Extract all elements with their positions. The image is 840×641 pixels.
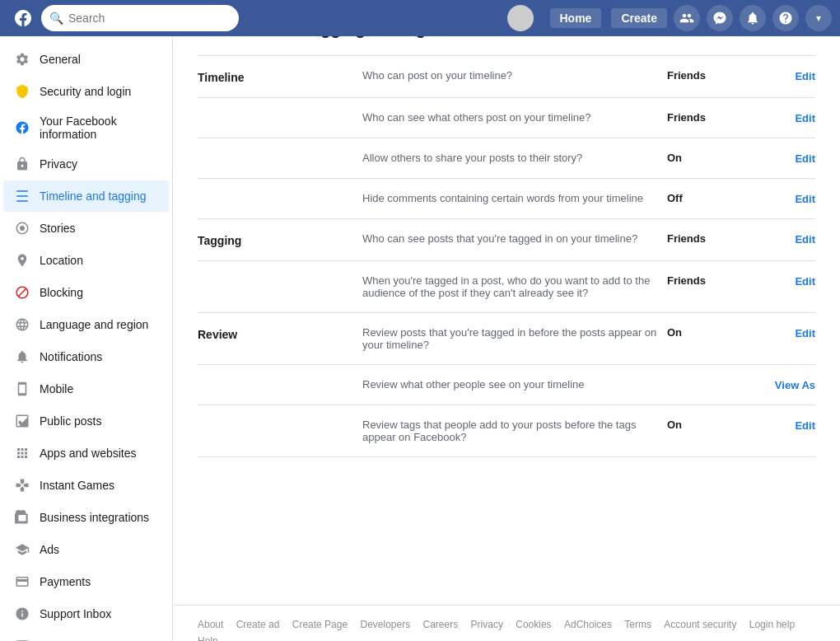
edit-link[interactable]: Edit: [795, 327, 815, 339]
sidebar-item-instant-games[interactable]: Instant Games: [3, 470, 169, 501]
edit-link[interactable]: Edit: [795, 112, 815, 124]
timeline-icon: [13, 187, 31, 205]
games-icon: [13, 476, 31, 494]
settings-row: Hide comments containing certain words f…: [198, 179, 815, 219]
settings-row: Review Review posts that you're tagged i…: [198, 313, 815, 365]
sidebar-item-general[interactable]: General: [3, 44, 169, 75]
sidebar-item-privacy[interactable]: Privacy: [3, 148, 169, 180]
sidebar-item-facebook-info[interactable]: Your Facebook information: [3, 108, 169, 147]
messenger-icon-button[interactable]: [707, 5, 733, 31]
footer-link-privacy[interactable]: Privacy: [471, 619, 503, 630]
sidebar-item-payments[interactable]: Payments: [3, 566, 169, 597]
sidebar-item-language-region[interactable]: Language and region: [3, 309, 169, 340]
sidebar-item-apps-websites[interactable]: Apps and websites: [3, 437, 169, 469]
sidebar-item-label: Blocking: [40, 286, 83, 299]
support-icon: [13, 605, 31, 623]
search-bar[interactable]: 🔍: [41, 5, 239, 31]
people-icon-button[interactable]: [674, 5, 700, 31]
section-label-empty: [198, 152, 362, 153]
setting-value: Friends: [667, 111, 749, 124]
topnav-right: Home Create ▾: [507, 5, 833, 31]
help-icon-button[interactable]: [772, 5, 799, 31]
settings-row: When you're tagged in a post, who do you…: [198, 261, 815, 313]
footer-link-adchoices[interactable]: AdChoices: [564, 619, 612, 630]
sidebar-item-ads[interactable]: Ads: [3, 534, 169, 565]
sidebar-item-label: Location: [40, 254, 83, 267]
notifications-icon-button[interactable]: [740, 5, 766, 31]
payments-icon: [13, 573, 31, 591]
footer-links: About · Create ad · Create Page · Develo…: [198, 619, 815, 630]
footer-link-developers[interactable]: Developers: [360, 619, 410, 630]
sidebar-item-label: Business integrations: [40, 511, 149, 524]
footer-link-help[interactable]: Help: [198, 635, 218, 641]
settings-row: Review tags that people add to your post…: [198, 405, 815, 457]
sidebar-item-label: Apps and websites: [40, 447, 137, 460]
sidebar-item-security-login[interactable]: Security and login: [3, 76, 169, 107]
settings-row: Tagging Who can see posts that you're ta…: [198, 219, 815, 261]
view-as-link[interactable]: View As: [775, 379, 815, 391]
edit-link[interactable]: Edit: [795, 275, 815, 288]
search-input[interactable]: [68, 12, 231, 25]
section-label-tagging: Tagging: [198, 232, 362, 247]
setting-action: Edit: [749, 419, 815, 432]
ads-icon: [13, 540, 31, 559]
sidebar-item-support-inbox[interactable]: Support Inbox: [3, 598, 169, 629]
sidebar: General Security and login Your Facebook…: [0, 36, 173, 641]
settings-row: Review what other people see on your tim…: [198, 365, 815, 405]
sidebar-item-mobile[interactable]: Mobile: [3, 373, 169, 405]
top-navigation: 🔍 Home Create ▾: [0, 0, 840, 36]
search-icon: 🔍: [49, 12, 63, 25]
footer-link-about[interactable]: About: [198, 619, 223, 630]
setting-description: Review what other people see on your tim…: [362, 378, 667, 391]
edit-link[interactable]: Edit: [795, 152, 815, 165]
footer-link-create-page[interactable]: Create Page: [292, 619, 348, 630]
section-label-empty: [198, 419, 362, 420]
chevron-down-icon: ▾: [816, 12, 821, 24]
sidebar-item-business-integrations[interactable]: Business integrations: [3, 502, 169, 533]
gear-icon: [13, 50, 31, 68]
footer-link-login-help[interactable]: Login help: [749, 619, 795, 630]
setting-description: When you're tagged in a post, who do you…: [362, 274, 667, 299]
setting-value: Friends: [667, 69, 749, 82]
setting-description: Who can post on your timeline?: [362, 69, 667, 82]
edit-link[interactable]: Edit: [795, 193, 815, 205]
footer-link-careers[interactable]: Careers: [423, 619, 459, 630]
sidebar-item-blocking[interactable]: Blocking: [3, 277, 169, 308]
setting-action: Edit: [749, 111, 815, 124]
svg-point-1: [20, 226, 25, 231]
setting-description: Review posts that you're tagged in befor…: [362, 326, 667, 351]
footer-link-cookies[interactable]: Cookies: [516, 619, 551, 630]
sidebar-item-label: Timeline and tagging: [40, 189, 146, 203]
create-button[interactable]: Create: [611, 8, 667, 28]
facebook-logo: [8, 3, 38, 33]
setting-value: On: [667, 326, 749, 339]
setting-action: Edit: [749, 326, 815, 339]
setting-value: Off: [667, 192, 749, 204]
shield-icon: [13, 82, 31, 101]
footer-link-terms[interactable]: Terms: [624, 619, 651, 630]
edit-link[interactable]: Edit: [795, 419, 815, 432]
sidebar-item-label: Instant Games: [40, 479, 114, 492]
footer-link-create-ad[interactable]: Create ad: [236, 619, 280, 630]
sidebar-item-videos[interactable]: Videos: [3, 630, 169, 641]
lock-icon: [13, 155, 31, 173]
sidebar-item-label: Payments: [40, 575, 91, 588]
sidebar-item-notifications[interactable]: Notifications: [3, 341, 169, 372]
sidebar-item-timeline-tagging[interactable]: Timeline and tagging: [3, 180, 169, 212]
footer-link-account-security[interactable]: Account security: [664, 619, 736, 630]
home-button[interactable]: Home: [550, 8, 602, 28]
setting-description: Hide comments containing certain words f…: [362, 192, 667, 204]
sidebar-item-location[interactable]: Location: [3, 245, 169, 276]
sidebar-item-public-posts[interactable]: Public posts: [3, 405, 169, 437]
edit-link[interactable]: Edit: [795, 233, 815, 246]
main-content: Timeline and Tagging Settings Timeline W…: [173, 0, 840, 605]
mobile-icon: [13, 380, 31, 398]
sidebar-item-stories[interactable]: Stories: [3, 213, 169, 244]
setting-description: Allow others to share your posts to thei…: [362, 152, 667, 164]
bell-icon: [13, 348, 31, 366]
edit-link[interactable]: Edit: [795, 70, 815, 82]
setting-action: Edit: [749, 232, 815, 246]
sidebar-item-label: Privacy: [40, 157, 77, 171]
dropdown-icon-button[interactable]: ▾: [805, 5, 832, 31]
facebook-info-icon: [13, 119, 31, 137]
